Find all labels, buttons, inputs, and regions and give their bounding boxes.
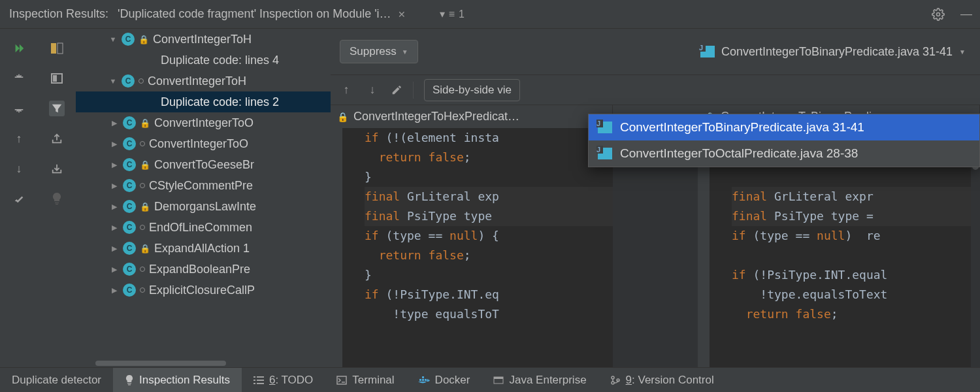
lock-icon: 🔒 [337,112,348,122]
duplicate-target-popup: ConvertIntegerToBinaryPredicate.java 31-… [588,114,980,167]
tree-row[interactable]: CConvertIntegerToO [76,133,331,154]
filter-icon[interactable] [49,101,65,116]
svg-rect-12 [419,379,421,381]
tree-item-label: ConvertToGeeseBr [154,158,254,172]
chevron-right-icon[interactable] [110,223,119,232]
tool-window-bar: Duplicate detectorInspection Results6: T… [0,367,980,392]
dropdown-option[interactable]: ConvertIntegerToOctalPredicate.java 28-3… [589,140,979,167]
java-file-icon [598,148,612,159]
inspection-tree[interactable]: C🔒ConvertIntegerToHDuplicate code: lines… [76,29,331,367]
tool-window-tab[interactable]: Terminal [325,368,406,392]
class-badge-icon: C [123,263,136,276]
suppress-button[interactable]: Suppress ▼ [340,40,418,63]
prev-diff-icon[interactable]: ↑ [338,83,354,97]
down-chevron-icon: ▾ [440,8,445,20]
tree-row[interactable]: CExplicitClosureCallP [76,280,331,301]
tree-row[interactable]: C🔒ExpandAllAction 1 [76,238,331,259]
tree-item-label: DemorgansLawInte [154,200,256,214]
close-tab-icon[interactable]: ✕ [391,9,412,20]
duplicate-target-dropdown[interactable]: ConvertIntegerToBinaryPredicate.java 31-… [695,45,971,59]
left-tool-column-2 [38,29,76,367]
tree-row[interactable]: CCStyleCommentPre [76,175,331,196]
chevron-right-icon[interactable] [110,161,119,169]
tree-row[interactable]: CConvertIntegerToH [76,71,331,91]
settings-tool-icon[interactable] [11,191,27,206]
chevron-right-icon[interactable] [110,265,119,274]
tree-item-label: Duplicate code: lines 4 [161,54,279,67]
import-icon[interactable] [49,161,65,176]
minimize-icon[interactable]: — [953,7,980,21]
tree-row[interactable]: C🔒ConvertIntegerToO [76,112,331,133]
svg-point-18 [612,376,614,379]
modifier-dot-icon [140,225,145,230]
tool-window-tab[interactable]: 9: Version Control [598,368,726,392]
chevron-right-icon[interactable] [110,244,119,253]
tree-item-label: ExplicitClosureCallP [149,284,255,297]
next-occurrence-icon[interactable]: ↓ [11,161,27,176]
edit-icon[interactable] [391,84,402,96]
lock-icon: 🔒 [140,244,150,253]
lock-icon: 🔒 [140,160,150,170]
tree-row[interactable]: Duplicate code: lines 2 [76,91,331,112]
tree-row[interactable]: C🔒DemorgansLawInte [76,196,331,217]
tool-window-tab[interactable]: Duplicate detector [0,368,113,392]
diff-viewer-mode-dropdown[interactable]: Side-by-side vie [424,79,520,101]
tree-row[interactable]: Duplicate code: lines 4 [76,50,331,71]
chevron-right-icon[interactable] [110,203,119,211]
tree-row[interactable]: CEndOfLineCommen [76,217,331,238]
tree-item-label: ExpandBooleanPre [149,263,250,276]
lock-icon: 🔒 [139,35,149,44]
tree-horizontal-scrollbar[interactable] [76,359,331,367]
svg-rect-8 [257,380,264,381]
next-diff-icon[interactable]: ↓ [365,83,380,97]
tree-item-label: ConvertIntegerToH [148,74,246,88]
svg-rect-13 [422,379,424,381]
tool-window-tab-label: Duplicate detector [12,374,101,387]
chevron-right-icon[interactable] [110,182,119,190]
autoscroll-icon[interactable] [49,71,65,86]
java-file-icon [598,122,612,133]
panel-title: Inspection Results: [0,7,118,21]
dropdown-option[interactable]: ConvertIntegerToBinaryPredicate.java 31-… [589,114,979,140]
occurrence-nav[interactable]: ▾ ≡ 1 [432,8,472,20]
chevron-down-icon[interactable] [108,77,118,85]
tree-item-label: ExpandAllAction 1 [154,242,250,255]
gear-icon[interactable] [924,8,953,21]
group-by-icon[interactable] [49,41,65,56]
tree-row[interactable]: C🔒ConvertToGeeseBr [76,154,331,175]
tool-window-tab[interactable]: Docker [406,368,482,392]
chevron-down-icon[interactable] [108,35,118,43]
tree-row[interactable]: C🔒ConvertIntegerToH [76,29,331,50]
duplicate-target-selected: ConvertIntegerToBinaryPredicate.java 31-… [721,45,953,59]
tool-window-tab[interactable]: Inspection Results [113,368,242,392]
svg-rect-17 [494,377,503,379]
prev-occurrence-icon[interactable]: ↑ [11,131,27,146]
expand-all-icon[interactable] [11,101,27,116]
svg-rect-9 [253,383,255,384]
dropdown-option-label: ConvertIntegerToOctalPredicate.java 28-3… [620,146,858,161]
tool-window-tab-label: 9: Version Control [626,374,714,387]
caret-down-icon: ▼ [402,48,408,56]
class-badge-icon: C [123,179,136,192]
rerun-icon[interactable] [11,41,27,56]
collapse-all-icon[interactable] [11,71,27,86]
lock-icon: 🔒 [140,202,150,212]
svg-rect-6 [257,376,264,378]
tree-row[interactable]: CExpandBooleanPre [76,259,331,280]
chevron-right-icon[interactable] [110,119,119,127]
export-icon[interactable] [49,131,65,146]
bulb-off-icon[interactable] [49,191,65,206]
tool-window-tab[interactable]: 6: TODO [242,368,325,392]
tool-window-tab[interactable]: Java Enterprise [482,368,598,392]
svg-rect-2 [57,43,63,54]
tool-window-tab-label: Java Enterprise [509,374,586,387]
chevron-right-icon[interactable] [110,286,119,295]
left-tool-column-1: ↑ ↓ [0,29,38,367]
tree-item-label: ConvertIntegerToH [153,33,252,46]
inspection-context[interactable]: 'Duplicated code fragment' Inspection on… [118,7,391,21]
left-diff-pane[interactable]: if (!(element insta return false;}final … [331,128,613,367]
left-editor-header: 🔒 ConvertIntegerToHexPredicat… [331,105,613,128]
chevron-right-icon[interactable] [110,140,119,148]
class-badge-icon: C [122,33,135,46]
lock-icon: 🔒 [140,118,150,128]
